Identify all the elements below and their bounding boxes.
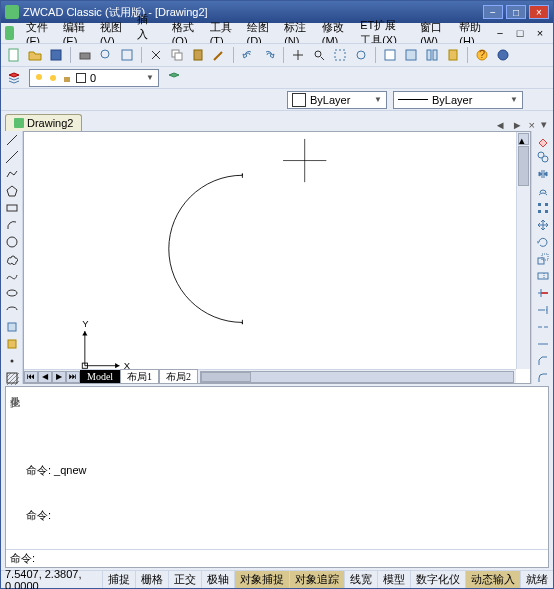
toolpalette-icon[interactable] — [423, 46, 441, 64]
osnap-toggle[interactable]: 对象捕捉 — [234, 571, 289, 588]
copy2-icon[interactable] — [534, 150, 552, 164]
color-dropdown[interactable]: ByLayer ▼ — [287, 91, 387, 109]
modify-toolbar — [531, 131, 553, 384]
ortho-toggle[interactable]: 正交 — [168, 571, 201, 588]
svg-point-41 — [542, 156, 548, 162]
new-icon[interactable] — [5, 46, 23, 64]
insert-icon[interactable] — [3, 320, 21, 334]
rectangle-icon[interactable] — [3, 201, 21, 215]
move-icon[interactable] — [534, 218, 552, 232]
circle-icon[interactable] — [3, 235, 21, 249]
svg-rect-48 — [538, 273, 548, 279]
hatch-icon[interactable] — [3, 371, 21, 385]
info-icon[interactable] — [494, 46, 512, 64]
open-icon[interactable] — [26, 46, 44, 64]
svg-point-18 — [498, 50, 508, 60]
scale-icon[interactable] — [534, 252, 552, 266]
extend-icon[interactable] — [534, 303, 552, 317]
tab-prev-icon[interactable]: ◀ — [38, 371, 52, 383]
rotate-icon[interactable] — [534, 235, 552, 249]
polar-toggle[interactable]: 极轴 — [201, 571, 234, 588]
pan-icon[interactable] — [289, 46, 307, 64]
tab-menu-icon[interactable]: ▾ — [539, 118, 549, 131]
fillet-icon[interactable] — [534, 371, 552, 385]
grid-toggle[interactable]: 栅格 — [135, 571, 168, 588]
command-history[interactable]: 最少化 命令: _qnew 命令: 命令: _line 线的起始点: 角度(A)… — [6, 387, 548, 549]
spline-icon[interactable] — [3, 269, 21, 283]
mdi-minimize-button[interactable]: − — [491, 24, 509, 42]
calc-icon[interactable] — [444, 46, 462, 64]
close-button[interactable]: × — [529, 5, 549, 19]
arc-icon[interactable] — [3, 218, 21, 232]
tab-next-icon[interactable]: ► — [510, 119, 525, 131]
help-icon[interactable]: ? — [473, 46, 491, 64]
line-icon[interactable] — [3, 133, 21, 147]
layout2-tab[interactable]: 布局2 — [159, 369, 198, 385]
model-toggle[interactable]: 模型 — [377, 571, 410, 588]
layer-prev-icon[interactable] — [165, 69, 183, 87]
block-icon[interactable] — [3, 337, 21, 351]
zoom-prev-icon[interactable] — [352, 46, 370, 64]
ellipse-icon[interactable] — [3, 286, 21, 300]
model-tab[interactable]: Model — [80, 370, 120, 383]
maximize-button[interactable]: □ — [506, 5, 526, 19]
erase-icon[interactable] — [534, 133, 552, 147]
match-icon[interactable] — [210, 46, 228, 64]
copy-icon[interactable] — [168, 46, 186, 64]
vertical-scrollbar[interactable]: ▴ — [516, 132, 530, 369]
app-icon — [5, 5, 19, 19]
trim-icon[interactable] — [534, 286, 552, 300]
layer-manager-icon[interactable] — [5, 69, 23, 87]
save-icon[interactable] — [47, 46, 65, 64]
horizontal-scrollbar[interactable] — [200, 371, 514, 383]
redo-icon[interactable] — [260, 46, 278, 64]
array-icon[interactable] — [534, 201, 552, 215]
mdi-restore-button[interactable]: □ — [511, 24, 529, 42]
undo-icon[interactable] — [239, 46, 257, 64]
stretch-icon[interactable] — [534, 269, 552, 283]
lwt-toggle[interactable]: 线宽 — [344, 571, 377, 588]
layout1-tab[interactable]: 布局1 — [120, 369, 159, 385]
offset-icon[interactable] — [534, 184, 552, 198]
command-input[interactable] — [39, 552, 544, 565]
linetype-dropdown[interactable]: ByLayer ▼ — [393, 91, 523, 109]
tab-first-icon[interactable]: ⏮ — [24, 371, 38, 383]
layer-name: 0 — [90, 72, 96, 84]
mdi-close-button[interactable]: × — [531, 24, 549, 42]
polyline-icon[interactable] — [3, 167, 21, 181]
tablet-toggle[interactable]: 数字化仪 — [410, 571, 465, 588]
break-icon[interactable] — [534, 320, 552, 334]
point-icon[interactable] — [3, 354, 21, 368]
publish-icon[interactable] — [118, 46, 136, 64]
tab-next-icon[interactable]: ▶ — [52, 371, 66, 383]
props-icon[interactable] — [381, 46, 399, 64]
designcenter-icon[interactable] — [402, 46, 420, 64]
xline-icon[interactable] — [3, 150, 21, 164]
mirror-icon[interactable] — [534, 167, 552, 181]
svg-rect-26 — [8, 340, 16, 348]
tab-prev-icon[interactable]: ◄ — [493, 119, 508, 131]
layer-dropdown[interactable]: 0 ▼ — [29, 69, 159, 87]
svg-rect-14 — [433, 50, 437, 60]
polygon-icon[interactable] — [3, 184, 21, 198]
cut-icon[interactable] — [147, 46, 165, 64]
dyn-toggle[interactable]: 动态输入 — [465, 571, 520, 588]
otrack-toggle[interactable]: 对象追踪 — [289, 571, 344, 588]
paste-icon[interactable] — [189, 46, 207, 64]
preview-icon[interactable] — [97, 46, 115, 64]
snap-toggle[interactable]: 捕捉 — [102, 571, 135, 588]
doc-tab[interactable]: Drawing2 — [5, 114, 82, 131]
zoom-win-icon[interactable] — [331, 46, 349, 64]
drawing-canvas[interactable]: X Y ▴ ⏮ ◀ ▶ ⏭ Model 布局1 布局2 — [23, 131, 531, 384]
tab-close-icon[interactable]: × — [527, 119, 537, 131]
chamfer-icon[interactable] — [534, 354, 552, 368]
layer-color-swatch — [76, 73, 86, 83]
linetype-preview — [398, 99, 428, 100]
tab-last-icon[interactable]: ⏭ — [66, 371, 80, 383]
zoom-rt-icon[interactable] — [310, 46, 328, 64]
print-icon[interactable] — [76, 46, 94, 64]
join-icon[interactable] — [534, 337, 552, 351]
coordinates[interactable]: 7.5407, 2.3807, 0.0000 — [1, 568, 102, 590]
ellipsearc-icon[interactable] — [3, 303, 21, 317]
revcloud-icon[interactable] — [3, 252, 21, 266]
